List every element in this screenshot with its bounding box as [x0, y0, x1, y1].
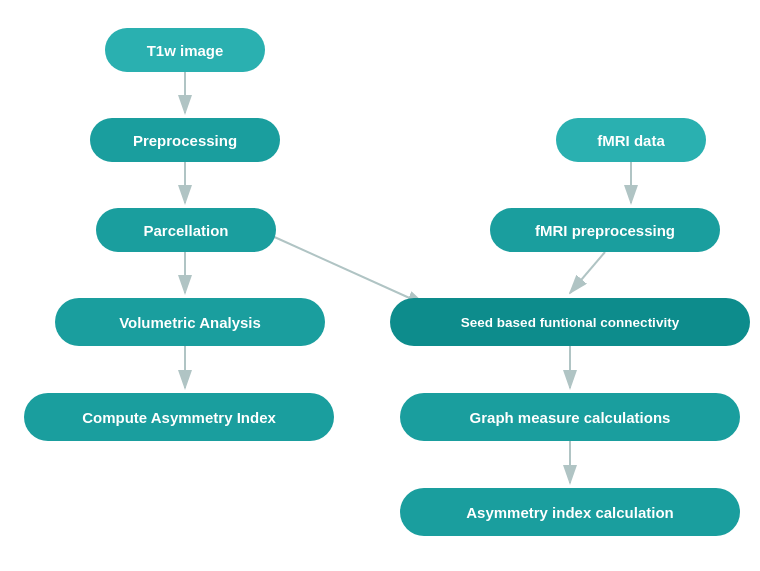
preprocessing-label: Preprocessing: [133, 132, 237, 149]
t1w-label: T1w image: [147, 42, 224, 59]
seed-based-label: Seed based funtional connectivity: [461, 315, 679, 330]
fmri-preprocessing-node: fMRI preprocessing: [490, 208, 720, 252]
flowchart: T1w image Preprocessing Parcellation Vol…: [0, 0, 760, 571]
compute-ai-label: Compute Asymmetry Index: [82, 409, 276, 426]
volumetric-analysis-node: Volumetric Analysis: [55, 298, 325, 346]
fmri-data-label: fMRI data: [597, 132, 665, 149]
parcellation-label: Parcellation: [143, 222, 228, 239]
graph-measure-node: Graph measure calculations: [400, 393, 740, 441]
parcellation-node: Parcellation: [96, 208, 276, 252]
compute-asymmetry-index-node: Compute Asymmetry Index: [24, 393, 334, 441]
arrows-svg: [0, 0, 760, 571]
arrow-parcellation-seed: [270, 235, 425, 305]
graph-measure-label: Graph measure calculations: [470, 409, 671, 426]
arrow-fmripreprocessing-seed: [570, 252, 605, 293]
asymmetry-calc-label: Asymmetry index calculation: [466, 504, 674, 521]
seed-based-node: Seed based funtional connectivity: [390, 298, 750, 346]
volumetric-label: Volumetric Analysis: [119, 314, 261, 331]
t1w-image-node: T1w image: [105, 28, 265, 72]
asymmetry-calc-node: Asymmetry index calculation: [400, 488, 740, 536]
preprocessing-node: Preprocessing: [90, 118, 280, 162]
fmri-preprocessing-label: fMRI preprocessing: [535, 222, 675, 239]
fmri-data-node: fMRI data: [556, 118, 706, 162]
